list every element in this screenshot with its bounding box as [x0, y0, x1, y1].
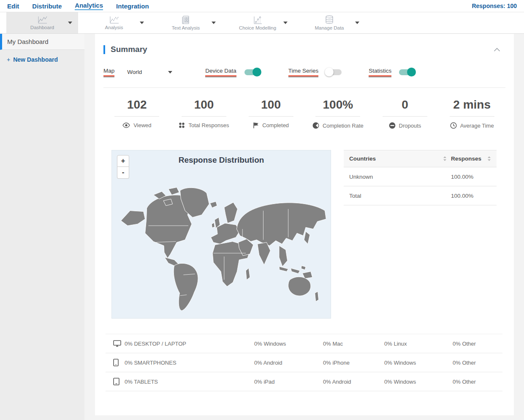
nav-edit[interactable]: Edit — [7, 3, 19, 10]
line-chart-icon — [109, 16, 119, 24]
sort-icon[interactable] — [487, 156, 491, 161]
my-dashboard-label: My Dashboard — [7, 38, 49, 45]
device-data-label: Device Data — [205, 68, 236, 76]
new-dashboard-label: New Dashboard — [13, 56, 58, 63]
map-title: Response Distribution — [112, 155, 331, 165]
new-dashboard-button[interactable]: +New Dashboard — [0, 50, 84, 69]
statistics-toggle[interactable] — [399, 69, 415, 75]
country-responses: 100.00% — [451, 193, 491, 199]
scatter-chart-icon — [252, 16, 263, 25]
toggle-knob — [252, 68, 261, 76]
countries-header-label[interactable]: Countries — [349, 155, 376, 162]
responses-count: Responses: 100 — [472, 3, 517, 9]
chevron-down-icon[interactable] — [68, 22, 72, 24]
plus-icon: + — [7, 56, 10, 63]
stat-value: 100 — [171, 98, 238, 112]
toggle-knob — [325, 68, 334, 76]
summary-card: Summary Map World Device Data Time Serie… — [95, 34, 514, 415]
stat-viewed: 102 Viewed — [103, 98, 171, 129]
toolbar-dashboard[interactable]: Dashboard — [6, 12, 78, 33]
chevron-down-icon[interactable] — [355, 22, 359, 24]
database-icon — [324, 15, 334, 25]
nav-integration[interactable]: Integration — [116, 3, 149, 10]
device-stat: 0% Mac — [323, 341, 384, 347]
countries-table-header: Countries Responses — [344, 150, 497, 167]
device-label: 0% DESKTOP / LAPTOP — [125, 341, 254, 347]
eye-icon — [122, 123, 130, 128]
main-area: Summary Map World Device Data Time Serie… — [84, 34, 524, 420]
top-nav: Edit Distribute Analytics Integration Re… — [0, 0, 524, 12]
device-stat: 0% Android — [254, 360, 323, 366]
toolbar-text-analysis[interactable]: Text Analysis — [150, 12, 222, 33]
toolbar-manage-data-label: Manage Data — [315, 25, 344, 30]
page-title: Summary — [111, 45, 147, 54]
tablet-icon — [113, 378, 119, 385]
stat-label: Viewed — [133, 122, 151, 128]
device-stat: 0% iPad — [254, 379, 323, 385]
chevron-up-icon[interactable] — [494, 48, 500, 52]
stat-value: 102 — [103, 98, 171, 112]
sidebar-item-my-dashboard[interactable]: My Dashboard — [0, 34, 84, 50]
toolbar-choice-modelling[interactable]: Choice Modelling — [222, 12, 293, 33]
desktop-icon — [113, 340, 121, 347]
chevron-down-icon[interactable] — [283, 22, 288, 24]
nav-analytics[interactable]: Analytics — [75, 2, 103, 10]
line-chart-icon — [37, 16, 48, 24]
clock-icon — [450, 122, 457, 129]
toolbar-analysis[interactable]: Analysis — [78, 12, 150, 33]
chevron-down-icon[interactable] — [140, 22, 144, 24]
chevron-down-icon[interactable] — [168, 71, 172, 74]
time-series-toggle[interactable] — [326, 69, 342, 75]
flag-icon — [253, 122, 259, 128]
table-row: Total 100.00% — [344, 186, 497, 205]
table-row-tablets: 0% TABLETS 0% iPad 0% Android 0% Windows… — [106, 372, 502, 391]
half-circle-icon — [312, 122, 319, 129]
stat-completion-rate: 100% Completion Rate — [304, 98, 372, 129]
toolbar-analysis-label: Analysis — [105, 25, 123, 30]
device-stat: 0% Other — [453, 360, 502, 366]
stat-total-responses: 100 Total Responses — [171, 98, 238, 129]
toolbar-manage-data[interactable]: Manage Data — [293, 12, 365, 33]
minus-circle-icon — [389, 122, 396, 129]
stat-value: 100 — [237, 98, 304, 112]
stat-value: 0 — [372, 98, 439, 112]
chevron-down-icon[interactable] — [212, 22, 216, 24]
device-data-toggle[interactable] — [244, 69, 261, 75]
nav-distribute[interactable]: Distribute — [32, 3, 62, 10]
device-stat: 0% Other — [453, 341, 502, 347]
document-grid-icon — [181, 15, 190, 25]
stat-dropouts: 0 Dropouts — [372, 98, 439, 129]
responses-header-label[interactable]: Responses — [451, 155, 481, 162]
device-label: 0% SMARTPHONES — [125, 360, 254, 366]
summary-controls: Map World Device Data Time Series Statis… — [103, 68, 505, 88]
world-map[interactable] — [112, 171, 331, 314]
zoom-in-button[interactable]: + — [117, 155, 129, 167]
response-distribution-map[interactable]: Response Distribution + - — [111, 150, 331, 319]
device-data-table: 0% DESKTOP / LAPTOP 0% Windows 0% Mac 0%… — [106, 334, 502, 391]
device-stat: 0% Android — [323, 379, 384, 385]
country-name: Total — [349, 193, 451, 199]
analytics-toolbar: Dashboard Analysis Text Analysis Choice … — [0, 12, 524, 34]
table-row-smartphones: 0% SMARTPHONES 0% Android 0% iPhone 0% W… — [106, 353, 502, 372]
device-stat: 0% Windows — [384, 360, 453, 366]
toolbar-choice-modelling-label: Choice Modelling — [239, 25, 276, 30]
toolbar-dashboard-label: Dashboard — [30, 25, 54, 30]
stat-label: Completion Rate — [323, 123, 364, 129]
device-label: 0% TABLETS — [125, 379, 254, 385]
accent-bar — [103, 45, 105, 54]
device-stat: 0% Windows — [254, 341, 323, 347]
stat-completed: 100 Completed — [237, 98, 304, 129]
device-stat: 0% iPhone — [323, 360, 384, 366]
toolbar-text-analysis-label: Text Analysis — [172, 25, 200, 30]
table-row: Unknown 100.00% — [344, 167, 497, 186]
map-region-select[interactable]: World — [127, 69, 142, 75]
table-row-desktop: 0% DESKTOP / LAPTOP 0% Windows 0% Mac 0%… — [106, 334, 502, 353]
dots-grid-icon — [179, 122, 185, 128]
stat-value: 100% — [304, 98, 372, 112]
country-responses: 100.00% — [451, 174, 491, 180]
device-stat: 0% Other — [453, 379, 502, 385]
sort-icon[interactable] — [443, 156, 447, 161]
statistics-label: Statistics — [369, 68, 391, 76]
stats-row: 102 Viewed 100 Total Responses 100 Compl… — [103, 98, 505, 129]
countries-table: Countries Responses Unknown 100.00% — [344, 150, 497, 319]
